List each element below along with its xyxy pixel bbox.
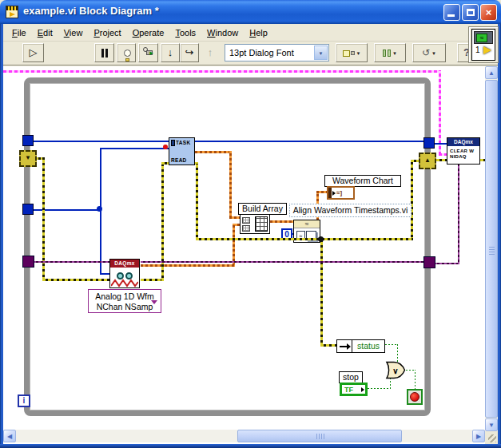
menu-help[interactable]: Help — [247, 26, 270, 39]
loop-tunnel[interactable] — [22, 256, 34, 268]
integer-wire[interactable] — [100, 148, 169, 149]
build-array-node[interactable] — [240, 214, 270, 234]
error-wire[interactable] — [320, 344, 337, 347]
waveform-wire[interactable] — [141, 264, 235, 267]
step-into-button[interactable]: ↓ — [161, 43, 180, 62]
scroll-down-button[interactable]: ▼ — [485, 418, 498, 431]
font-selector[interactable]: 13pt Dialog Font▼ — [225, 44, 329, 61]
error-wire[interactable] — [196, 238, 413, 240]
error-wire[interactable] — [436, 159, 447, 161]
arrow-down-icon: ▼ — [25, 154, 31, 161]
vi-icon-number: 1 — [475, 46, 480, 54]
retain-wire-values-button[interactable]: ▸ — [138, 43, 158, 62]
minimize-button[interactable] — [443, 4, 460, 21]
waveform-chart-terminal[interactable]: ≈] — [327, 186, 355, 200]
waveform-wire[interactable] — [229, 151, 232, 218]
shift-register-right[interactable]: ▲ — [419, 153, 436, 169]
cluster-wire[interactable] — [3, 70, 440, 73]
task-wire[interactable] — [34, 261, 111, 263]
waveform-wire[interactable] — [270, 220, 293, 223]
align-waveform-label[interactable]: Align Waveform Timestamps.vi — [289, 204, 412, 217]
close-button[interactable]: × — [480, 4, 497, 21]
waveform-glyph: ≈ — [294, 220, 320, 228]
loop-tunnel[interactable] — [423, 256, 435, 268]
integer-wire[interactable] — [100, 149, 101, 275]
error-wire[interactable] — [161, 163, 164, 281]
distribute-objects-dropdown[interactable]: ▼ — [374, 43, 406, 62]
menu-tools[interactable]: Tools — [173, 26, 198, 39]
maximize-button[interactable] — [462, 4, 479, 21]
block-diagram-canvas[interactable]: ▼ ▲ TASK READ DAQmx Analog 1D Wfm NCh — [3, 66, 485, 444]
scroll-right-button[interactable]: ▶ — [472, 430, 485, 442]
horizontal-scrollbar[interactable]: ◀ ▶ — [3, 430, 485, 442]
resize-grip[interactable] — [485, 431, 498, 444]
integer-wire[interactable] — [435, 143, 447, 145]
arrow-left-icon: ◀ — [7, 433, 12, 440]
highlight-execution-button[interactable] — [117, 43, 136, 62]
run-button[interactable]: ▷ — [22, 43, 44, 62]
error-wire[interactable] — [141, 279, 164, 281]
while-loop-border[interactable] — [24, 77, 431, 416]
shift-register-left[interactable]: ▼ — [19, 150, 37, 167]
menu-file[interactable]: File — [10, 26, 29, 39]
wire-junction-dot — [318, 236, 324, 242]
step-out-button[interactable]: ↑ — [201, 43, 219, 62]
boolean-wire[interactable] — [385, 344, 398, 345]
waveform-wire[interactable] — [195, 151, 232, 153]
scroll-up-button[interactable]: ▲ — [485, 66, 498, 79]
reorder-dropdown[interactable]: ↺▼ — [412, 43, 446, 62]
vertical-scrollbar-thumb[interactable] — [485, 80, 498, 418]
menu-view[interactable]: View — [62, 26, 85, 39]
polymorphic-selector-label[interactable]: Analog 1D Wfm NChan NSamp — [88, 289, 161, 313]
menu-project[interactable]: Project — [91, 26, 123, 39]
waveform-wire[interactable] — [316, 191, 328, 193]
loop-tunnel[interactable] — [22, 204, 34, 215]
menu-window[interactable]: Window — [205, 26, 241, 39]
daqmx-clear-node[interactable]: DAQmx CLEAR W NIDAQ — [447, 137, 480, 165]
error-wire[interactable] — [196, 164, 198, 240]
unbundle-arrow-cell[interactable] — [336, 339, 352, 353]
pause-button[interactable] — [94, 43, 114, 62]
error-wire[interactable] — [42, 279, 111, 281]
stop-terminal[interactable]: TF — [340, 383, 368, 396]
or-function[interactable]: ∨ — [385, 361, 406, 379]
iteration-terminal[interactable]: i — [18, 394, 30, 407]
arrow-up-icon: ▲ — [424, 157, 431, 164]
scroll-left-button[interactable]: ◀ — [3, 430, 16, 442]
or-symbol: ∨ — [392, 367, 398, 375]
instrument-icon: ≈ — [474, 31, 493, 44]
horizontal-scrollbar-thumb[interactable] — [237, 430, 402, 442]
task-wire[interactable] — [458, 165, 459, 264]
stop-label[interactable]: stop — [339, 371, 363, 383]
boolean-wire[interactable] — [415, 370, 416, 390]
vi-icon-panel[interactable]: ≈ 1 — [468, 26, 499, 63]
build-array-label[interactable]: Build Array — [238, 203, 287, 215]
boolean-wire[interactable] — [368, 388, 391, 389]
vertical-scrollbar[interactable]: ▲ ▼ — [485, 66, 498, 431]
task-wire[interactable] — [435, 263, 459, 264]
align-objects-dropdown[interactable]: ▼ — [336, 43, 368, 62]
loop-condition-terminal[interactable] — [407, 389, 423, 405]
chevron-down-icon: ▼ — [319, 51, 324, 56]
menu-operate[interactable]: Operate — [130, 26, 167, 39]
waveform-chart-label[interactable]: Waveform Chart — [324, 175, 401, 187]
error-wire[interactable] — [480, 159, 485, 161]
daqmx-read-node[interactable]: DAQmx — [109, 259, 140, 288]
boolean-wire[interactable] — [397, 344, 398, 362]
font-dropdown-button[interactable]: ▼ — [314, 46, 328, 60]
unbundle-status-cell[interactable]: status — [352, 339, 385, 353]
menu-edit[interactable]: Edit — [35, 26, 55, 39]
array-element-icon — [242, 217, 250, 224]
task-wire[interactable] — [141, 261, 423, 263]
vi-file-icon — [6, 6, 18, 18]
title-bar[interactable]: example.vi Block Diagram * × — [0, 0, 501, 24]
error-wire[interactable] — [320, 240, 323, 346]
loop-tunnel[interactable] — [423, 137, 435, 149]
error-wire[interactable] — [411, 161, 413, 240]
integer-wire[interactable] — [34, 141, 423, 142]
waveform-wire[interactable] — [233, 224, 235, 266]
step-over-button[interactable]: ↪ — [180, 43, 199, 62]
loop-tunnel[interactable] — [22, 135, 34, 146]
run-icon: ▷ — [23, 44, 43, 61]
task-read-node[interactable]: TASK READ — [169, 137, 195, 165]
